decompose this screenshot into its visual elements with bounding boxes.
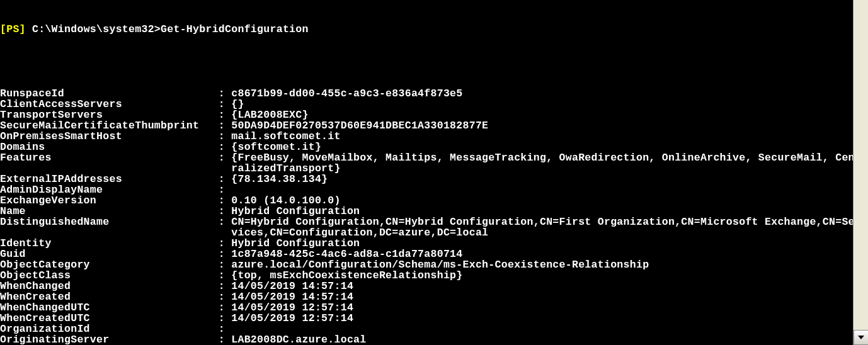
property-line: SecureMailCertificateThumbprint : 50DA9D… xyxy=(0,120,853,131)
properties-list: RunspaceId : c8671b99-dd00-455c-a9c3-e83… xyxy=(0,88,853,345)
blank-line xyxy=(0,45,853,56)
property-line: Features : {FreeBusy, MoveMailbox, Mailt… xyxy=(0,152,853,163)
property-line: Name : Hybrid Configuration xyxy=(0,206,853,217)
property-line: AdminDisplayName : xyxy=(0,184,853,195)
property-line: RunspaceId : c8671b99-dd00-455c-a9c3-e83… xyxy=(0,88,853,99)
vertical-scrollbar[interactable] xyxy=(853,0,868,345)
property-line: ClientAccessServers : {} xyxy=(0,99,853,110)
ps-prefix: [PS] xyxy=(0,23,26,35)
property-line: ralizedTransport} xyxy=(0,163,853,174)
property-line: ExternalIPAddresses : {78.134.38.134} xyxy=(0,174,853,184)
property-line: Guid : 1c87a948-425c-4ac6-ad8a-c1da77a80… xyxy=(0,249,853,259)
property-line: OnPremisesSmartHost : mail.softcomet.it xyxy=(0,131,853,142)
property-line: ObjectCategory : azure.local/Configurati… xyxy=(0,259,853,270)
property-line: TransportServers : {LAB2008EXC} xyxy=(0,110,853,120)
partial-line xyxy=(0,11,853,13)
command-text: Get-HybridConfiguration xyxy=(161,23,309,35)
prompt-path: C:\Windows\system32> xyxy=(26,23,161,35)
property-line: ObjectClass : {top, msExchCoexistenceRel… xyxy=(0,270,853,281)
chevron-down-icon xyxy=(858,336,864,339)
property-line: WhenChanged : 14/05/2019 14:57:14 xyxy=(0,281,853,291)
blank-line xyxy=(0,67,853,77)
scrollbar-track[interactable] xyxy=(854,0,868,330)
property-line: WhenCreated : 14/05/2019 14:57:14 xyxy=(0,291,853,302)
property-line: ExchangeVersion : 0.10 (14.0.100.0) xyxy=(0,195,853,206)
property-line: WhenCreatedUTC : 14/05/2019 12:57:14 xyxy=(0,313,853,324)
scrollbar-down-button[interactable] xyxy=(854,330,868,345)
property-line: OrganizationId : xyxy=(0,324,853,334)
property-line: Identity : Hybrid Configuration xyxy=(0,238,853,249)
command-line: [PS] C:\Windows\system32>Get-HybridConfi… xyxy=(0,24,853,35)
property-line: WhenChangedUTC : 14/05/2019 12:57:14 xyxy=(0,302,853,313)
property-line: Domains : {softcomet.it} xyxy=(0,142,853,152)
property-line: vices,CN=Configuration,DC=azure,DC=local xyxy=(0,227,853,238)
property-line: DistinguishedName : CN=Hybrid Configurat… xyxy=(0,217,853,227)
terminal-output[interactable]: [PS] C:\Windows\system32>Get-HybridConfi… xyxy=(0,0,853,345)
property-line: OriginatingServer : LAB2008DC.azure.loca… xyxy=(0,334,853,345)
